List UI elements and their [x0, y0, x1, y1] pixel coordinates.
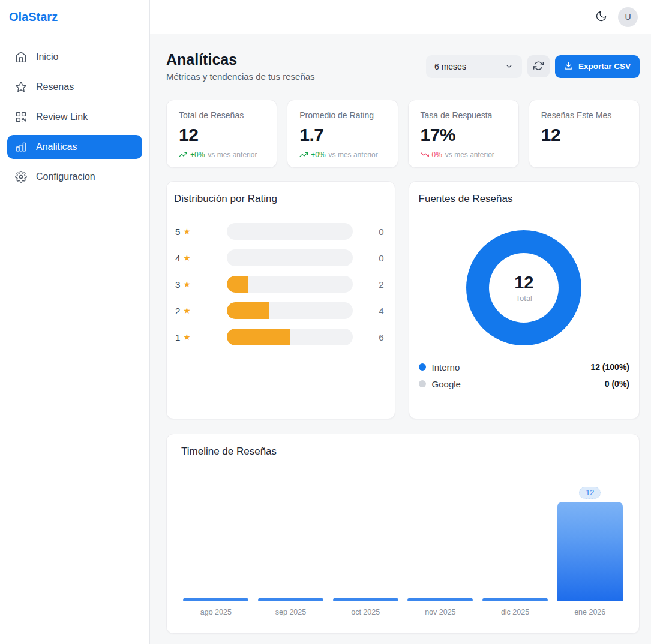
- timeline-bar-col: [481, 598, 550, 601]
- bar-chart-icon: [15, 141, 27, 153]
- legend-value: 12 (100%): [590, 362, 629, 372]
- sidebar-item-configuracion[interactable]: Configuracion: [7, 165, 142, 189]
- refresh-button[interactable]: [527, 55, 550, 77]
- legend-name: Interno: [432, 362, 591, 372]
- stat-trend: +0% vs mes anterior: [299, 151, 385, 159]
- rating-count: 0: [353, 253, 386, 263]
- star-icon: [15, 81, 27, 93]
- rating-bar-track: [227, 276, 353, 293]
- refresh-icon: [533, 61, 544, 73]
- timeline-bar: [333, 598, 398, 601]
- star-icon: ★: [183, 253, 191, 263]
- sidebar-item-inicio[interactable]: Inicio: [7, 45, 142, 69]
- rating-count: 0: [353, 227, 386, 237]
- sidebar-item-analiticas[interactable]: Analiticas: [7, 135, 142, 159]
- sidebar-nav: Inicio Resenas Review Link Analiticas: [0, 34, 149, 200]
- rating-rows: 5★ 0 4★ 0 3★ 2: [174, 223, 386, 345]
- middle-row: Distribución por Rating 5★ 0 4★ 0: [166, 181, 640, 419]
- stat-value: 12: [541, 125, 627, 145]
- brand-logo: OlaStarz: [0, 0, 149, 34]
- stat-value: 17%: [421, 125, 506, 145]
- page-header: Analíticas Métricas y tendencias de tus …: [166, 51, 640, 82]
- rating-row-1: 1★ 6: [174, 329, 386, 345]
- trending-up-icon: [179, 151, 187, 159]
- legend-row-interno: Interno 12 (100%): [419, 359, 629, 375]
- rating-distribution-panel: Distribución por Rating 5★ 0 4★ 0: [166, 181, 395, 419]
- header-controls: 6 meses Exportar CSV: [426, 55, 640, 78]
- stat-trend: +0% vs mes anterior: [179, 151, 265, 159]
- rating-label: 4★: [174, 253, 198, 263]
- timeline-bar: [557, 502, 623, 601]
- sidebar-item-label: Review Link: [36, 112, 88, 122]
- sidebar: OlaStarz Inicio Resenas Review Link: [0, 0, 150, 644]
- stat-label: Reseñas Este Mes: [541, 110, 627, 120]
- dark-mode-toggle[interactable]: [595, 10, 607, 24]
- download-icon: [564, 61, 573, 72]
- main-area: U Analíticas Métricas y tendencias de tu…: [150, 0, 651, 644]
- moon-icon: [595, 10, 607, 24]
- rating-bar-fill: [227, 276, 248, 293]
- export-csv-button[interactable]: Exportar CSV: [555, 55, 640, 78]
- rating-row-3: 3★ 2: [174, 276, 386, 293]
- timeline-axis-labels: ago 2025 sep 2025 oct 2025 nov 2025 dic …: [181, 608, 625, 616]
- axis-tick-label: ene 2026: [555, 608, 625, 616]
- legend-dot-google: [419, 380, 426, 387]
- timeline-bar-col: 12: [555, 487, 625, 601]
- legend-name: Google: [432, 379, 605, 389]
- page-title: Analíticas: [166, 51, 315, 68]
- rating-bar-track: [227, 249, 353, 266]
- sidebar-item-label: Configuracion: [36, 171, 95, 182]
- timeline-panel: Timeline de Reseñas 12 ago 2025 sep 2025…: [166, 434, 640, 634]
- legend-row-google: Google 0 (0%): [419, 375, 629, 392]
- rating-count: 2: [353, 279, 386, 290]
- timeline-bar-col: [181, 598, 251, 601]
- sidebar-item-review-link[interactable]: Review Link: [7, 105, 142, 129]
- home-icon: [15, 51, 27, 63]
- rating-bar-track: [227, 223, 353, 240]
- rating-bar-fill: [227, 302, 269, 319]
- timeline-chart: 12: [181, 466, 625, 601]
- trend-text: vs mes anterior: [329, 151, 378, 159]
- stat-card-resenas-este-mes: Reseñas Este Mes 12: [529, 100, 640, 168]
- page-subtitle: Métricas y tendencias de tus reseñas: [166, 71, 315, 82]
- panel-title: Fuentes de Reseñas: [419, 193, 629, 205]
- trend-text: vs mes anterior: [208, 151, 257, 159]
- rating-bar-track: [227, 302, 353, 319]
- rating-label: 2★: [174, 306, 198, 316]
- donut-total-value: 12: [514, 273, 533, 293]
- rating-row-2: 2★ 4: [174, 302, 386, 319]
- sidebar-item-label: Resenas: [36, 82, 74, 92]
- sidebar-item-label: Inicio: [36, 52, 58, 62]
- sources-legend: Interno 12 (100%) Google 0 (0%): [419, 359, 629, 392]
- period-select[interactable]: 6 meses: [426, 55, 522, 78]
- gear-icon: [15, 171, 27, 183]
- legend-value: 0 (0%): [605, 379, 629, 389]
- rating-label: 5★: [174, 227, 198, 237]
- trend-percent: +0%: [311, 151, 325, 159]
- rating-count: 4: [353, 306, 386, 316]
- rating-bar-track: [227, 329, 353, 345]
- rating-count: 6: [353, 332, 386, 342]
- timeline-bar: [407, 598, 473, 601]
- star-icon: ★: [183, 306, 191, 315]
- export-csv-label: Exportar CSV: [578, 62, 631, 71]
- panel-title: Timeline de Reseñas: [181, 446, 625, 458]
- timeline-bar: [482, 598, 548, 601]
- stat-label: Promedio de Rating: [299, 110, 385, 120]
- axis-tick-label: ago 2025: [181, 608, 251, 616]
- stat-card-tasa-respuesta: Tasa de Respuesta 17% 0% vs mes anterior: [408, 100, 519, 168]
- timeline-bar: [258, 598, 323, 601]
- avatar[interactable]: U: [618, 7, 638, 27]
- sidebar-item-resenas[interactable]: Resenas: [7, 75, 142, 99]
- trending-down-icon: [421, 151, 429, 159]
- timeline-bar: [183, 598, 248, 601]
- trend-percent: 0%: [432, 151, 442, 159]
- legend-dot-interno: [419, 363, 426, 371]
- star-icon: ★: [183, 279, 191, 289]
- rating-label: 1★: [174, 332, 198, 342]
- rating-row-5: 5★ 0: [174, 223, 386, 240]
- sources-donut-chart: 12 Total: [466, 230, 581, 345]
- stat-card-promedio-rating: Promedio de Rating 1.7 +0% vs mes anteri…: [287, 100, 398, 168]
- rating-label: 3★: [174, 279, 198, 290]
- stat-value: 1.7: [299, 125, 385, 145]
